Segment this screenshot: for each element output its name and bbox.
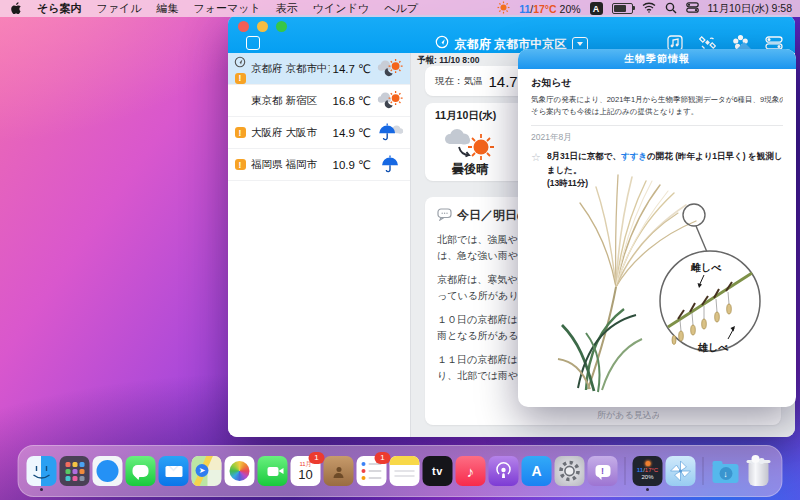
dock-divider (703, 457, 704, 485)
battery-icon[interactable] (612, 3, 633, 14)
divider (531, 125, 783, 126)
sun-cloud-moon-icon (376, 57, 404, 81)
current-location-arrow-icon (234, 54, 246, 72)
umbrella-cloud-icon (376, 121, 404, 145)
dock-safari[interactable] (93, 456, 123, 486)
location-name: 大阪府 大阪市 (251, 126, 330, 140)
dock-calendar[interactable]: 11月 10 1 (291, 456, 321, 486)
dock-feedback[interactable]: ! (588, 456, 618, 486)
umbrella-icon (376, 153, 404, 177)
minimize-button[interactable] (257, 21, 268, 32)
susuki-link[interactable]: すすき (621, 151, 647, 161)
notice-line: 気象庁の発表により、2021年1月から生物季節観測データが6種目、9現象のみに変… (531, 94, 783, 106)
dock-mail[interactable] (159, 456, 189, 486)
notice-title: お知らせ (531, 76, 783, 90)
warning-badge: ! (235, 127, 246, 138)
dock-messages[interactable] (126, 456, 156, 486)
sidebar-row-kyoto[interactable]: ! 京都府 京都市中京区 14.7 ℃ (228, 53, 410, 85)
susuki-illustration: 雌しべ 雄しべ (528, 169, 786, 405)
overview-partial-line: 所がある見込みです。 (597, 409, 659, 422)
wifi-icon[interactable] (642, 2, 656, 15)
location-temp: 14.9 ℃ (333, 126, 372, 140)
popover-title: 生物季節情報 (518, 49, 796, 69)
mini-sun-icon (645, 461, 650, 466)
speech-bubble-icon (437, 208, 452, 224)
menu-edit[interactable]: 編集 (157, 1, 179, 16)
section-date: 2021年8月 (531, 132, 783, 144)
dock-sora-annai[interactable]: 11/17°C 20% (633, 456, 663, 486)
dock-appstore[interactable]: A (522, 456, 552, 486)
title-bar[interactable]: 京都府 京都市中京区 (228, 15, 795, 53)
dock-notes[interactable] (390, 456, 420, 486)
dock-trash[interactable] (744, 456, 774, 486)
control-center-icon[interactable] (686, 2, 699, 15)
dock-system-preferences[interactable] (555, 456, 585, 486)
status-weather-temps[interactable]: 11/17°C 20% (519, 3, 580, 15)
warning-badge: ! (235, 159, 246, 170)
current-label: 現在：気温 (435, 75, 483, 88)
dock-finder[interactable] (27, 456, 57, 486)
dock: ➤ 11月 10 1 1 tv ♪ A ! 11/ (18, 445, 783, 497)
location-temp: 14.7 ℃ (333, 62, 372, 76)
notice-line: そら案内でも今後は上記のみの提供となります。 (531, 106, 783, 118)
sun-cloud-moon-icon (376, 89, 404, 113)
maps-navigation-arrow-icon: ➤ (196, 464, 209, 477)
reminders-badge: 1 (375, 452, 391, 464)
location-temp: 10.9 ℃ (333, 158, 372, 172)
calendar-badge: 1 (309, 452, 325, 464)
menu-file[interactable]: ファイル (97, 1, 142, 16)
menu-bar: そら案内 ファイル 編集 フォーマット 表示 ウインドウ ヘルプ 11/17°C… (0, 0, 800, 17)
pistil-label: 雌しべ (690, 262, 722, 273)
dock-photos[interactable] (225, 456, 255, 486)
location-name: 京都府 京都市中京区 (251, 62, 330, 76)
dock-maps[interactable]: ➤ (192, 456, 222, 486)
bio-season-popover: 生物季節情報 お知らせ 気象庁の発表により、2021年1月から生物季節観測データ… (518, 49, 796, 407)
menu-app-name[interactable]: そら案内 (37, 1, 82, 16)
location-sidebar: ! 京都府 京都市中京区 14.7 ℃ 東京都 新宿区 16.8 ℃ (228, 53, 411, 437)
location-name: 福岡県 福岡市 (251, 158, 330, 172)
location-name: 東京都 新宿区 (251, 94, 330, 108)
menu-view[interactable]: 表示 (276, 1, 298, 16)
input-source-icon[interactable]: A (590, 2, 603, 15)
close-button[interactable] (238, 21, 249, 32)
dock-appletv[interactable]: tv (423, 456, 453, 486)
desktop: そら案内 ファイル 編集 フォーマット 表示 ウインドウ ヘルプ 11/17°C… (0, 0, 800, 500)
menu-clock[interactable]: 11月10日(水) 9:58 (708, 2, 792, 16)
stamen-label: 雄しべ (697, 342, 729, 353)
dock-divider (625, 457, 626, 485)
spotlight-search-icon[interactable] (665, 2, 677, 16)
dock-podcasts[interactable] (489, 456, 519, 486)
sidebar-row-fukuoka[interactable]: ! 福岡県 福岡市 10.9 ℃ (228, 149, 410, 181)
menu-window[interactable]: ウインドウ (313, 1, 369, 16)
location-temp: 16.8 ℃ (333, 94, 372, 108)
dock-contacts[interactable] (324, 456, 354, 486)
dock-reminders[interactable]: 1 (357, 456, 387, 486)
warning-badge: ! (235, 73, 246, 84)
download-arrow-icon: ↓ (719, 467, 732, 480)
zoom-button[interactable] (276, 21, 287, 32)
menu-help[interactable]: ヘルプ (384, 1, 418, 16)
status-weather-sun-icon[interactable] (497, 1, 510, 16)
dock-launchpad[interactable] (60, 456, 90, 486)
forecast-summary: 曇後晴 (435, 161, 505, 178)
dock-pinwheel-app[interactable] (666, 456, 696, 486)
sidebar-row-osaka[interactable]: ! 大阪府 大阪市 14.9 ℃ (228, 117, 410, 149)
dock-music[interactable]: ♪ (456, 456, 486, 486)
apple-menu-icon[interactable] (11, 2, 22, 15)
dock-downloads[interactable]: ↓ (711, 456, 741, 486)
current-location-icon (435, 35, 449, 53)
menu-format[interactable]: フォーマット (194, 1, 261, 16)
dock-facetime[interactable] (258, 456, 288, 486)
sidebar-row-tokyo[interactable]: 東京都 新宿区 16.8 ℃ (228, 85, 410, 117)
